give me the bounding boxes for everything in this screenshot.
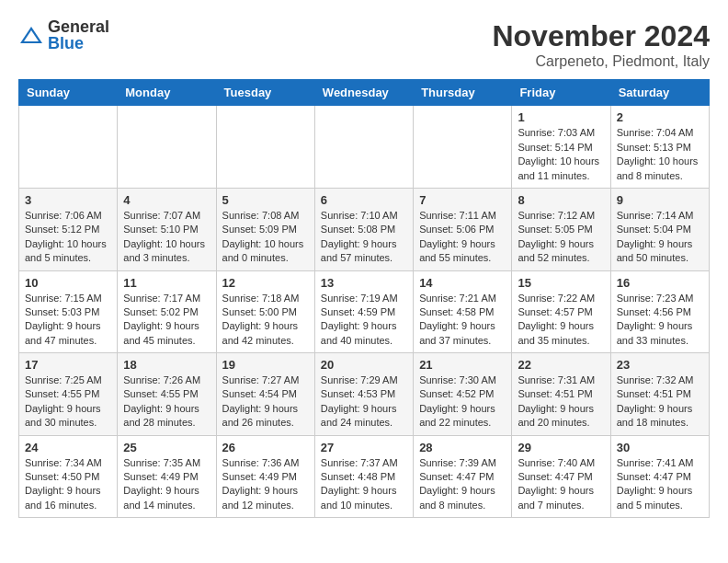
calendar-cell: 16Sunrise: 7:23 AM Sunset: 4:56 PM Dayli… [610, 270, 709, 353]
day-info: Sunrise: 7:18 AM Sunset: 5:00 PM Dayligh… [222, 292, 309, 349]
day-number: 17 [25, 358, 111, 372]
day-info: Sunrise: 7:14 AM Sunset: 5:04 PM Dayligh… [617, 209, 703, 266]
day-info: Sunrise: 7:39 AM Sunset: 4:47 PM Dayligh… [419, 456, 506, 513]
header: General Blue November 2024 Carpeneto, Pi… [18, 18, 710, 70]
calendar-week-row: 1Sunrise: 7:03 AM Sunset: 5:14 PM Daylig… [19, 106, 710, 189]
day-number: 21 [419, 358, 506, 372]
calendar-cell [216, 106, 314, 189]
weekday-header-friday: Friday [512, 80, 610, 106]
day-number: 9 [617, 193, 703, 207]
day-info: Sunrise: 7:27 AM Sunset: 4:54 PM Dayligh… [222, 373, 309, 431]
day-number: 10 [25, 276, 111, 290]
day-number: 6 [321, 193, 407, 207]
day-info: Sunrise: 7:37 AM Sunset: 4:48 PM Dayligh… [321, 456, 407, 513]
calendar-cell: 6Sunrise: 7:10 AM Sunset: 5:08 PM Daylig… [314, 188, 413, 270]
calendar-cell: 8Sunrise: 7:12 AM Sunset: 5:05 PM Daylig… [512, 188, 610, 270]
day-number: 28 [419, 441, 506, 454]
day-info: Sunrise: 7:32 AM Sunset: 4:51 PM Dayligh… [617, 373, 703, 431]
day-number: 13 [321, 276, 407, 290]
day-info: Sunrise: 7:35 AM Sunset: 4:49 PM Dayligh… [123, 456, 210, 513]
day-info: Sunrise: 7:22 AM Sunset: 4:57 PM Dayligh… [518, 292, 604, 349]
calendar-cell: 12Sunrise: 7:18 AM Sunset: 5:00 PM Dayli… [216, 270, 314, 353]
day-info: Sunrise: 7:26 AM Sunset: 4:55 PM Dayligh… [123, 373, 210, 431]
day-number: 8 [518, 193, 604, 207]
calendar-cell: 30Sunrise: 7:41 AM Sunset: 4:47 PM Dayli… [610, 435, 709, 518]
day-info: Sunrise: 7:21 AM Sunset: 4:58 PM Dayligh… [419, 292, 506, 349]
calendar-cell: 1Sunrise: 7:03 AM Sunset: 5:14 PM Daylig… [512, 106, 610, 189]
day-info: Sunrise: 7:36 AM Sunset: 4:49 PM Dayligh… [222, 456, 309, 513]
day-number: 24 [25, 441, 111, 454]
calendar-cell: 3Sunrise: 7:06 AM Sunset: 5:12 PM Daylig… [19, 188, 118, 270]
day-number: 16 [617, 276, 703, 290]
day-number: 11 [123, 276, 210, 290]
calendar-cell: 14Sunrise: 7:21 AM Sunset: 4:58 PM Dayli… [414, 270, 512, 353]
day-info: Sunrise: 7:25 AM Sunset: 4:55 PM Dayligh… [25, 373, 111, 431]
day-info: Sunrise: 7:40 AM Sunset: 4:47 PM Dayligh… [518, 456, 604, 513]
calendar-cell: 25Sunrise: 7:35 AM Sunset: 4:49 PM Dayli… [118, 435, 216, 518]
day-info: Sunrise: 7:31 AM Sunset: 4:51 PM Dayligh… [518, 373, 604, 431]
day-number: 4 [123, 193, 210, 207]
calendar-cell: 28Sunrise: 7:39 AM Sunset: 4:47 PM Dayli… [414, 435, 512, 518]
calendar-week-row: 24Sunrise: 7:34 AM Sunset: 4:50 PM Dayli… [19, 435, 710, 518]
day-info: Sunrise: 7:30 AM Sunset: 4:52 PM Dayligh… [419, 373, 506, 431]
weekday-header-tuesday: Tuesday [216, 80, 314, 106]
day-info: Sunrise: 7:23 AM Sunset: 4:56 PM Dayligh… [617, 292, 703, 349]
day-number: 2 [617, 110, 703, 124]
logo-text-general: General [48, 18, 109, 35]
weekday-header-saturday: Saturday [610, 80, 709, 106]
title-area: November 2024 Carpeneto, Piedmont, Italy [492, 18, 710, 70]
calendar-cell: 15Sunrise: 7:22 AM Sunset: 4:57 PM Dayli… [512, 270, 610, 353]
calendar-cell [118, 106, 216, 189]
calendar-cell: 24Sunrise: 7:34 AM Sunset: 4:50 PM Dayli… [19, 435, 118, 518]
calendar-week-row: 17Sunrise: 7:25 AM Sunset: 4:55 PM Dayli… [19, 353, 710, 436]
calendar-cell: 11Sunrise: 7:17 AM Sunset: 5:02 PM Dayli… [118, 270, 216, 353]
calendar-cell: 19Sunrise: 7:27 AM Sunset: 4:54 PM Dayli… [216, 353, 314, 436]
weekday-header-thursday: Thursday [414, 80, 512, 106]
calendar-cell [19, 106, 118, 189]
calendar-cell [314, 106, 413, 189]
calendar-table: SundayMondayTuesdayWednesdayThursdayFrid… [18, 79, 710, 518]
calendar-cell: 23Sunrise: 7:32 AM Sunset: 4:51 PM Dayli… [610, 353, 709, 436]
day-info: Sunrise: 7:34 AM Sunset: 4:50 PM Dayligh… [25, 456, 111, 513]
day-info: Sunrise: 7:15 AM Sunset: 5:03 PM Dayligh… [25, 292, 111, 349]
day-info: Sunrise: 7:06 AM Sunset: 5:12 PM Dayligh… [25, 209, 111, 266]
day-number: 26 [222, 441, 309, 454]
logo-text-blue: Blue [48, 35, 109, 52]
day-number: 25 [123, 441, 210, 454]
weekday-header-wednesday: Wednesday [314, 80, 413, 106]
day-info: Sunrise: 7:07 AM Sunset: 5:10 PM Dayligh… [123, 209, 210, 266]
calendar-cell: 9Sunrise: 7:14 AM Sunset: 5:04 PM Daylig… [610, 188, 709, 270]
calendar-cell: 22Sunrise: 7:31 AM Sunset: 4:51 PM Dayli… [512, 353, 610, 436]
day-number: 30 [617, 441, 703, 454]
day-number: 18 [123, 358, 210, 372]
location-title: Carpeneto, Piedmont, Italy [492, 53, 710, 70]
calendar-cell: 10Sunrise: 7:15 AM Sunset: 5:03 PM Dayli… [19, 270, 118, 353]
day-info: Sunrise: 7:11 AM Sunset: 5:06 PM Dayligh… [419, 209, 506, 266]
month-title: November 2024 [492, 18, 710, 53]
day-number: 19 [222, 358, 309, 372]
logo: General Blue [18, 18, 109, 52]
day-number: 27 [321, 441, 407, 454]
day-info: Sunrise: 7:10 AM Sunset: 5:08 PM Dayligh… [321, 209, 407, 266]
day-number: 3 [25, 193, 111, 207]
calendar-cell: 13Sunrise: 7:19 AM Sunset: 4:59 PM Dayli… [314, 270, 413, 353]
calendar-cell: 2Sunrise: 7:04 AM Sunset: 5:13 PM Daylig… [610, 106, 709, 189]
day-info: Sunrise: 7:29 AM Sunset: 4:53 PM Dayligh… [321, 373, 407, 431]
calendar-cell: 29Sunrise: 7:40 AM Sunset: 4:47 PM Dayli… [512, 435, 610, 518]
day-number: 23 [617, 358, 703, 372]
calendar-cell: 17Sunrise: 7:25 AM Sunset: 4:55 PM Dayli… [19, 353, 118, 436]
day-number: 14 [419, 276, 506, 290]
day-number: 12 [222, 276, 309, 290]
calendar-cell: 27Sunrise: 7:37 AM Sunset: 4:48 PM Dayli… [314, 435, 413, 518]
day-number: 29 [518, 441, 604, 454]
day-info: Sunrise: 7:17 AM Sunset: 5:02 PM Dayligh… [123, 292, 210, 349]
weekday-header-row: SundayMondayTuesdayWednesdayThursdayFrid… [19, 80, 710, 106]
calendar-cell [414, 106, 512, 189]
day-number: 22 [518, 358, 604, 372]
calendar-cell: 26Sunrise: 7:36 AM Sunset: 4:49 PM Dayli… [216, 435, 314, 518]
calendar-cell: 7Sunrise: 7:11 AM Sunset: 5:06 PM Daylig… [414, 188, 512, 270]
day-info: Sunrise: 7:03 AM Sunset: 5:14 PM Dayligh… [518, 126, 604, 183]
calendar-cell: 18Sunrise: 7:26 AM Sunset: 4:55 PM Dayli… [118, 353, 216, 436]
calendar-cell: 5Sunrise: 7:08 AM Sunset: 5:09 PM Daylig… [216, 188, 314, 270]
calendar-week-row: 10Sunrise: 7:15 AM Sunset: 5:03 PM Dayli… [19, 270, 710, 353]
